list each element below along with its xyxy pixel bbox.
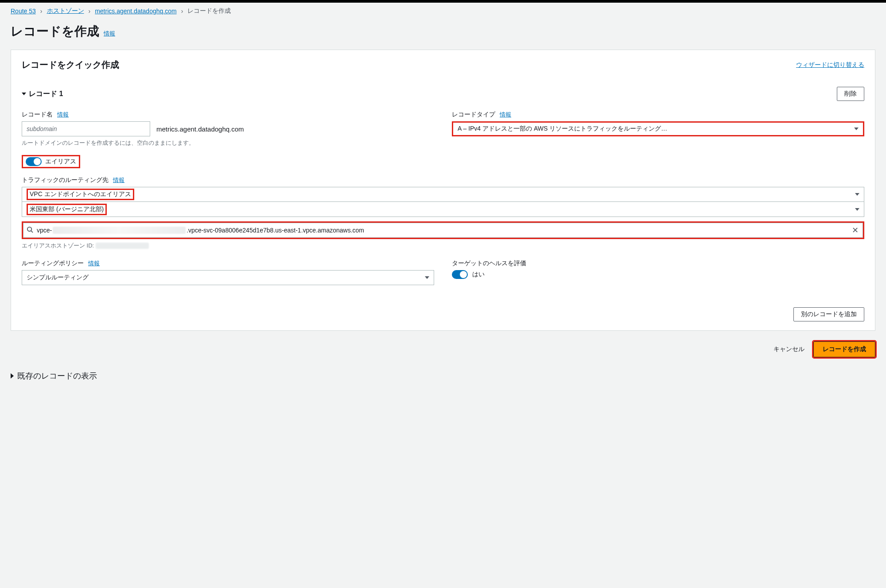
record-type-field: レコードタイプ 情報 A – IPv4 アドレスと一部の AWS リソースにトラ… [452, 111, 864, 147]
panel-title: レコードをクイック作成 [22, 59, 119, 71]
info-link[interactable]: 情報 [104, 30, 115, 38]
info-link[interactable]: 情報 [500, 111, 511, 119]
record-name-help: ルートドメインのレコードを作成するには、空白のままにします。 [22, 139, 434, 147]
breadcrumb-current: レコードを作成 [187, 7, 231, 15]
caret-down-icon [425, 276, 429, 279]
page-title: レコードを作成 [11, 23, 99, 40]
chevron-right-icon: › [89, 8, 91, 15]
caret-down-icon [855, 208, 859, 211]
endpoint-search-wrap: vpce-.vpce-svc-09a8006e245d1e7b8.us-east… [22, 221, 864, 239]
breadcrumb: Route 53 › ホストゾーン › metrics.agent.datado… [11, 3, 875, 17]
routing-policy-label: ルーティングポリシー [22, 259, 84, 267]
search-icon [27, 226, 33, 234]
endpoint-prefix: vpce- [37, 227, 52, 234]
switch-to-wizard-link[interactable]: ウィザードに切り替える [796, 61, 864, 69]
evaluate-health-toggle[interactable] [452, 270, 468, 279]
endpoint-id-redacted [53, 227, 186, 234]
evaluate-health-field: ターゲットのヘルスを評価 はい [452, 259, 864, 285]
cancel-button[interactable]: キャンセル [773, 345, 804, 353]
caret-down-icon [855, 193, 859, 196]
clear-icon[interactable]: ✕ [852, 225, 859, 235]
svg-line-1 [31, 231, 33, 232]
endpoint-suffix: .vpce-svc-09a8006e245d1e7b8.us-east-1.vp… [187, 227, 364, 234]
svg-point-0 [27, 227, 31, 231]
create-record-button[interactable]: レコードを作成 [813, 341, 875, 357]
record-type-select[interactable]: A – IPv4 アドレスと一部の AWS リソースにトラフィックをルーティング… [452, 121, 864, 136]
caret-down-icon [854, 128, 859, 130]
alias-highlight: エイリアス [22, 155, 80, 168]
alias-label: エイリアス [45, 158, 76, 166]
routing-policy-select[interactable]: シンプルルーティング [22, 270, 434, 285]
info-link[interactable]: 情報 [88, 259, 100, 267]
breadcrumb-root[interactable]: Route 53 [11, 8, 36, 15]
quick-create-panel: レコードをクイック作成 ウィザードに切り替える レコード 1 削除 レコード [11, 50, 875, 331]
region-select[interactable]: 米国東部 (バージニア北部) [22, 202, 864, 217]
evaluate-health-label: ターゲットのヘルスを評価 [452, 259, 526, 267]
chevron-right-icon: › [181, 8, 183, 15]
chevron-right-icon: › [40, 8, 43, 15]
caret-down-icon [22, 93, 26, 95]
traffic-target-label: トラフィックのルーティング先 [22, 176, 109, 184]
record-1-heading: レコード 1 [29, 89, 63, 99]
region-value: 米国東部 (バージニア北部) [27, 204, 107, 215]
record-1-section: レコード 1 削除 レコード名 情報 metrics.agent.datadog… [22, 87, 864, 321]
hosted-zone-id-value-redacted [96, 243, 149, 249]
endpoint-input[interactable]: vpce-.vpce-svc-09a8006e245d1e7b8.us-east… [23, 223, 863, 238]
alias-target-select[interactable]: VPC エンドポイントへのエイリアス [22, 187, 864, 202]
routing-policy-field: ルーティングポリシー 情報 シンプルルーティング [22, 259, 434, 285]
breadcrumb-domain[interactable]: metrics.agent.datadoghq.com [95, 8, 176, 15]
record-type-value: A – IPv4 アドレスと一部の AWS リソースにトラフィックをルーティング… [458, 125, 667, 133]
caret-right-icon [11, 373, 14, 379]
record-name-input[interactable] [22, 121, 150, 136]
info-link[interactable]: 情報 [57, 111, 69, 119]
form-actions: キャンセル レコードを作成 [11, 331, 875, 357]
add-another-record-button[interactable]: 別のレコードを追加 [793, 307, 864, 321]
record-name-field: レコード名 情報 metrics.agent.datadoghq.com ルート… [22, 111, 434, 147]
record-name-suffix: metrics.agent.datadoghq.com [156, 125, 244, 133]
record-1-toggle[interactable]: レコード 1 [22, 89, 63, 99]
routing-policy-value: シンプルルーティング [27, 274, 89, 282]
record-name-label: レコード名 [22, 111, 53, 119]
breadcrumb-hosted-zones[interactable]: ホストゾーン [47, 7, 84, 15]
existing-records-label: 既存のレコードの表示 [17, 371, 97, 381]
record-type-label: レコードタイプ [452, 111, 495, 119]
info-link[interactable]: 情報 [113, 176, 124, 184]
alias-toggle[interactable] [26, 157, 42, 166]
delete-button[interactable]: 削除 [837, 87, 864, 101]
alias-target-value: VPC エンドポイントへのエイリアス [27, 189, 134, 200]
hosted-zone-id-label: エイリアスホストゾーン ID: [22, 242, 94, 250]
evaluate-health-value: はい [472, 271, 485, 279]
existing-records-toggle[interactable]: 既存のレコードの表示 [11, 371, 875, 381]
